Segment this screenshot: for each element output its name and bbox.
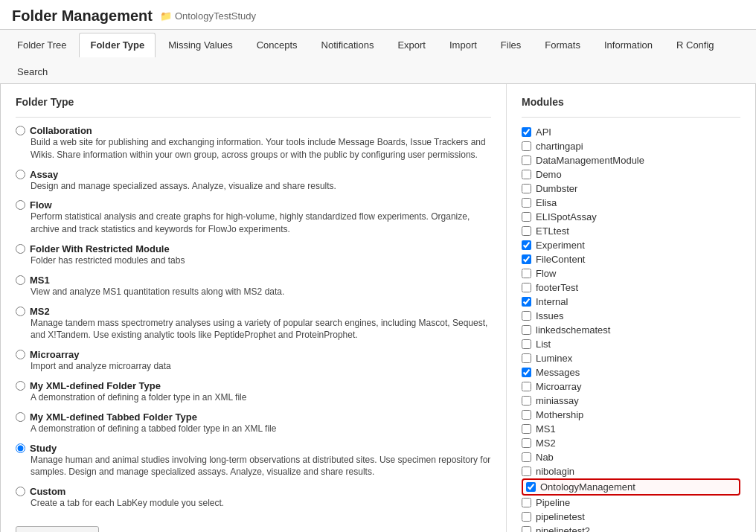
tab-concepts[interactable]: Concepts <box>246 33 309 57</box>
module-checkbox[interactable] <box>522 382 531 391</box>
tab-import[interactable]: Import <box>438 33 488 57</box>
module-checkbox[interactable] <box>522 226 531 236</box>
module-checkbox[interactable] <box>522 368 531 377</box>
folder-type-label: My XML-defined Folder Type <box>30 380 161 391</box>
folder-type-label: Collaboration <box>30 125 92 136</box>
module-checkbox[interactable] <box>522 512 531 522</box>
module-item: Messages <box>522 365 740 379</box>
folder-type-item: CollaborationBuild a web site for publis… <box>16 125 491 161</box>
folder-type-description: Manage human and animal studies involvin… <box>31 454 491 479</box>
folder-type-item: My XML-defined Folder TypeA demonstratio… <box>16 380 491 404</box>
module-checkbox[interactable] <box>522 141 531 151</box>
module-checkbox[interactable] <box>522 127 531 137</box>
module-checkbox[interactable] <box>522 311 531 321</box>
module-checkbox[interactable] <box>522 467 531 476</box>
module-checkbox[interactable] <box>522 184 531 193</box>
module-checkbox[interactable] <box>522 424 531 434</box>
module-item: Demo <box>522 167 740 182</box>
folder-type-radio[interactable] <box>16 443 25 453</box>
page-title: Folder Management <box>12 7 153 25</box>
tab-information[interactable]: Information <box>593 33 664 57</box>
module-item: API <box>522 125 740 139</box>
tab-files[interactable]: Files <box>490 33 532 57</box>
module-item: Dumbster <box>522 182 740 196</box>
right-panel: Modules APIchartingapiDataManagementModu… <box>507 84 755 532</box>
folder-type-description: Design and manage specialized assays. An… <box>31 180 491 193</box>
folder-type-label: My XML-defined Tabbed Folder Type <box>30 411 197 423</box>
folder-type-item: FlowPerform statistical analysis and cre… <box>16 199 491 236</box>
tab-missing-values[interactable]: Missing Values <box>157 33 243 57</box>
module-label: Experiment <box>536 240 585 251</box>
module-checkbox[interactable] <box>526 482 536 492</box>
tab-bar: Folder TreeFolder TypeMissing ValuesConc… <box>0 30 756 84</box>
folder-type-radio[interactable] <box>16 412 25 422</box>
folder-type-description: Build a web site for publishing and exch… <box>31 136 491 161</box>
tab-search[interactable]: Search <box>6 60 59 83</box>
folder-type-description: A demonstration of defining a tabbed fol… <box>31 423 491 435</box>
tab-folder-type[interactable]: Folder Type <box>79 33 156 57</box>
module-checkbox[interactable] <box>522 339 531 349</box>
module-checkbox[interactable] <box>522 325 531 335</box>
module-item: footerTest <box>522 281 740 295</box>
folder-type-name-row: Flow <box>16 199 491 211</box>
folder-type-radio[interactable] <box>16 126 25 135</box>
module-item: pipelinetest <box>522 510 740 524</box>
module-checkbox[interactable] <box>522 297 531 307</box>
folder-type-item: CustomCreate a tab for each LabKey modul… <box>16 486 491 510</box>
module-checkbox[interactable] <box>522 438 531 448</box>
folder-type-label: Microarray <box>30 349 79 360</box>
tab-formats[interactable]: Formats <box>534 33 592 57</box>
module-item: MS2 <box>522 436 740 450</box>
module-checkbox[interactable] <box>522 498 531 507</box>
module-checkbox[interactable] <box>522 526 531 532</box>
tab-folder-tree[interactable]: Folder Tree <box>6 33 77 57</box>
module-label: Issues <box>536 310 564 321</box>
module-label: Pipeline <box>536 497 570 508</box>
module-item: nibolagin <box>522 464 740 478</box>
update-folder-button[interactable]: Update Folder <box>16 526 99 532</box>
module-checkbox[interactable] <box>522 254 531 264</box>
folder-type-radio[interactable] <box>16 200 25 210</box>
module-label: Nab <box>536 452 554 463</box>
module-checkbox[interactable] <box>522 240 531 250</box>
folder-type-item: MS1View and analyze MS1 quantitation res… <box>16 275 491 298</box>
module-item: ETLtest <box>522 224 740 238</box>
module-item: ELISpotAssay <box>522 210 740 224</box>
module-label: DataManagementModule <box>536 155 644 166</box>
module-item: Microarray <box>522 379 740 394</box>
module-checkbox[interactable] <box>522 198 531 208</box>
module-checkbox[interactable] <box>522 283 531 292</box>
module-checkbox[interactable] <box>522 269 531 278</box>
folder-type-radio[interactable] <box>16 307 25 316</box>
module-label: linkedschematest <box>536 324 610 336</box>
module-checkbox[interactable] <box>522 353 531 363</box>
folder-type-label: Custom <box>30 486 65 497</box>
page-header: Folder Management 📁 OntologyTestStudy <box>0 0 756 30</box>
module-label: Internal <box>536 296 568 307</box>
folder-type-radio[interactable] <box>16 275 25 285</box>
folder-type-radio[interactable] <box>16 487 25 496</box>
folder-type-radio[interactable] <box>16 244 25 254</box>
module-checkbox[interactable] <box>522 212 531 222</box>
folder-type-radio[interactable] <box>16 381 25 391</box>
folder-type-item: MicroarrayImport and analyze microarray … <box>16 349 491 373</box>
folder-type-name-row: Collaboration <box>16 125 491 136</box>
module-label: Demo <box>536 169 562 180</box>
tab-r-config[interactable]: R Config <box>665 33 725 57</box>
module-checkbox[interactable] <box>522 156 531 165</box>
folder-type-radio[interactable] <box>16 350 25 359</box>
tab-export[interactable]: Export <box>386 33 437 57</box>
module-item: Luminex <box>522 351 740 365</box>
module-checkbox[interactable] <box>522 170 531 179</box>
module-label: chartingapi <box>536 141 583 152</box>
module-checkbox[interactable] <box>522 410 531 420</box>
module-item: OntologyManagement <box>522 478 740 496</box>
tab-notifications[interactable]: Notifications <box>310 33 385 57</box>
folder-type-name-row: My XML-defined Tabbed Folder Type <box>16 411 491 423</box>
module-label: Mothership <box>536 409 583 420</box>
folder-type-section-title: Folder Type <box>16 96 491 108</box>
module-checkbox[interactable] <box>522 452 531 462</box>
module-checkbox[interactable] <box>522 396 531 406</box>
module-item: miniassay <box>522 394 740 408</box>
folder-type-radio[interactable] <box>16 170 25 179</box>
